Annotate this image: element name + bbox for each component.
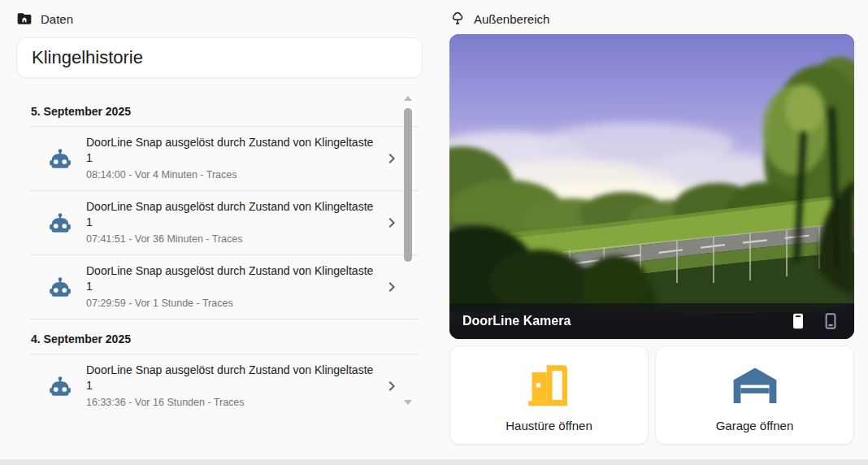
tree-icon	[449, 11, 466, 27]
logbook-item-title: DoorLine Snap ausgelöst durch Zustand vo…	[86, 363, 378, 393]
logbook-item-meta: 08:14:00 - Vor 4 Minuten - Traces	[86, 168, 382, 181]
scroll-down-arrow-icon[interactable]	[404, 400, 412, 405]
logbook-item-text: DoorLine Snap ausgelöst durch Zustand vo…	[86, 263, 382, 310]
logbook-item[interactable]: DoorLine Snap ausgelöst durch Zustand vo…	[16, 126, 423, 190]
logbook-item-text: DoorLine Snap ausgelöst durch Zustand vo…	[86, 135, 382, 181]
camera-stream-image	[449, 34, 854, 339]
robot-icon	[49, 146, 73, 171]
logbook-date-text: 4. September 2025	[31, 332, 131, 345]
area-title-daten: Daten	[41, 12, 73, 26]
cellphone-active-icon[interactable]	[788, 311, 809, 332]
logbook-scrollbar[interactable]	[403, 91, 413, 416]
robot-icon	[49, 374, 73, 398]
logbook-item-text: DoorLine Snap ausgelöst durch Zustand vo…	[86, 199, 382, 246]
chevron-right-icon[interactable]	[382, 277, 401, 297]
door-open-icon	[523, 359, 576, 412]
logbook-item[interactable]: DoorLine Snap ausgelöst durch Zustand vo…	[16, 254, 423, 319]
logbook-card: 5. September 2025 DoorLine Snap ausgelös…	[16, 91, 423, 416]
chevron-right-icon[interactable]	[382, 376, 401, 396]
title-card-text: Klingelhistorie	[32, 47, 143, 68]
logbook-date-header: 5. September 2025	[16, 91, 423, 126]
logbook-item-title: DoorLine Snap ausgelöst durch Zustand vo…	[86, 263, 378, 294]
logbook-item-title: DoorLine Snap ausgelöst durch Zustand vo…	[86, 199, 378, 230]
camera-name: DoorLine Kamera	[462, 314, 788, 328]
right-column: Außenbereich	[449, 0, 854, 445]
chevron-right-icon[interactable]	[382, 213, 401, 232]
open-garage-button[interactable]: Garage öffnen	[655, 345, 854, 445]
logbook-item[interactable]: DoorLine Snap ausgelöst durch Zustand vo…	[16, 354, 423, 416]
chevron-right-icon[interactable]	[382, 149, 401, 168]
robot-icon	[49, 211, 73, 235]
logbook-item-meta: 07:41:51 - Vor 36 Minuten - Traces	[86, 232, 382, 246]
garage-open-icon	[728, 359, 782, 412]
open-front-door-label: Haustüre öffnen	[506, 419, 592, 432]
open-front-door-button[interactable]: Haustüre öffnen	[449, 345, 649, 445]
cellphone-inactive-icon[interactable]	[820, 311, 841, 332]
logbook-item-title: DoorLine Snap ausgelöst durch Zustand vo…	[86, 135, 378, 166]
area-header-daten: Daten	[16, 0, 423, 28]
logbook-item-text: DoorLine Snap ausgelöst durch Zustand vo…	[86, 363, 382, 409]
camera-card[interactable]: DoorLine Kamera	[449, 34, 854, 339]
folder-home-icon	[16, 11, 33, 27]
logbook-date-header: 4. September 2025	[16, 319, 423, 354]
camera-title-bar: DoorLine Kamera	[449, 303, 854, 339]
logbook-item[interactable]: DoorLine Snap ausgelöst durch Zustand vo…	[16, 190, 423, 254]
logbook-item-meta: 07:29:59 - Vor 1 Stunde - Traces	[86, 297, 382, 310]
logbook-list: 5. September 2025 DoorLine Snap ausgelös…	[16, 91, 423, 416]
area-header-aussenbereich: Außenbereich	[449, 0, 854, 28]
action-row: Haustüre öffnen Garage öffnen	[449, 345, 854, 445]
scrollbar-thumb[interactable]	[404, 108, 412, 262]
robot-icon	[49, 275, 73, 299]
logbook-date-text: 5. September 2025	[31, 105, 131, 118]
horizontal-scrollbar[interactable]	[0, 459, 868, 465]
area-title-aussenbereich: Außenbereich	[474, 12, 549, 26]
open-garage-label: Garage öffnen	[716, 419, 794, 432]
scroll-up-arrow-icon[interactable]	[404, 96, 412, 101]
camera-status-icons	[788, 311, 841, 332]
logbook-item-meta: 16:33:36 - Vor 16 Stunden - Traces	[86, 396, 382, 409]
title-card: Klingelhistorie	[16, 37, 423, 78]
left-column: Daten Klingelhistorie 5. September 2025 …	[16, 0, 423, 416]
